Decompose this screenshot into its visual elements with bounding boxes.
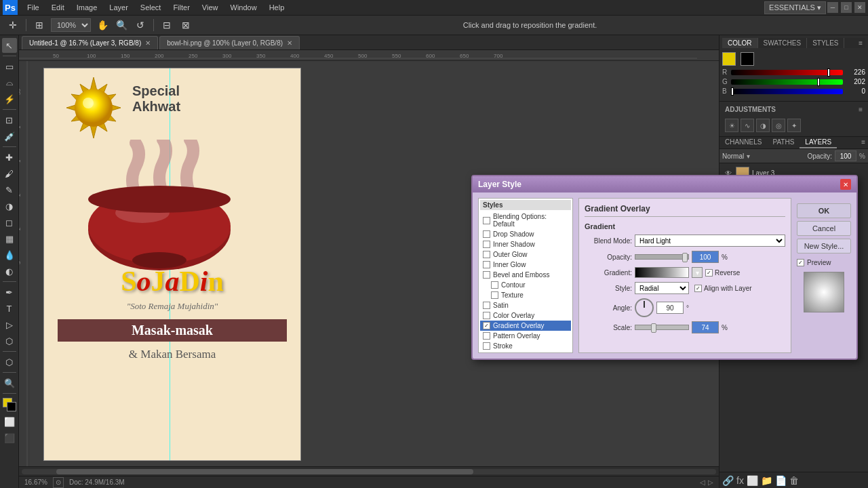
blend-mode-arrow[interactable]: ▾	[747, 152, 750, 160]
opacity-slider-thumb[interactable]	[682, 253, 688, 262]
delete-layer-btn[interactable]: 🗑	[789, 475, 799, 486]
style-checkbox-texture[interactable]	[491, 291, 498, 299]
style-checkbox-drop-shadow[interactable]	[483, 230, 490, 238]
rotate-icon[interactable]: ↺	[133, 18, 148, 33]
link-layers-btn[interactable]: 🔗	[722, 475, 734, 486]
tab-color[interactable]: COLOR	[722, 38, 758, 48]
new-group-btn[interactable]: 📁	[761, 475, 772, 486]
style-checkbox-bevel-emboss[interactable]	[483, 271, 490, 279]
style-color-overlay[interactable]: Color Overlay	[480, 310, 571, 321]
gradient-preview[interactable]	[635, 267, 689, 278]
menu-file[interactable]: File	[22, 2, 45, 13]
style-checkbox-pattern-overlay[interactable]	[483, 332, 490, 340]
new-layer-btn[interactable]: 📄	[775, 475, 787, 486]
dialog-close-button[interactable]: ✕	[840, 179, 851, 190]
tab-bowl-close[interactable]: ✕	[287, 39, 292, 47]
tab-channels[interactable]: CHANNELS	[719, 137, 767, 148]
magic-wand-tool[interactable]: ⚡	[2, 92, 17, 106]
style-texture[interactable]: Texture	[480, 290, 571, 300]
add-style-btn[interactable]: fx	[736, 475, 744, 486]
add-mask-btn[interactable]: ⬜	[747, 475, 758, 486]
r-slider[interactable]	[731, 70, 843, 75]
style-select[interactable]: Radial Linear Angle Reflected Diamond	[635, 282, 689, 294]
zoom-icon[interactable]: 🔍	[114, 18, 129, 33]
shape-tool[interactable]: ⬡	[2, 333, 17, 348]
style-checkbox-inner-shadow[interactable]	[483, 241, 490, 248]
gradient-tool[interactable]: ▦	[2, 231, 17, 246]
hue-adj[interactable]: ◎	[772, 119, 785, 132]
foreground-swatch[interactable]	[722, 52, 736, 66]
reverse-checkbox[interactable]	[705, 269, 713, 277]
style-checkbox-outer-glow[interactable]	[483, 251, 490, 258]
layout-icon[interactable]: ⊟	[159, 18, 174, 33]
tab-layers[interactable]: LAYERS	[800, 137, 837, 148]
marquee-tool[interactable]: ▭	[2, 59, 17, 74]
crop-tool[interactable]: ⊡	[2, 113, 17, 127]
menu-window[interactable]: Window	[225, 2, 262, 13]
tab-untitled-close[interactable]: ✕	[145, 39, 151, 47]
style-checkbox-contour[interactable]	[491, 281, 498, 289]
style-blending-options[interactable]: Blending Options: Default	[480, 211, 571, 229]
cancel-button[interactable]: Cancel	[797, 221, 851, 236]
g-slider[interactable]	[731, 79, 843, 85]
quick-mask-tool[interactable]: ⬜	[2, 414, 17, 429]
text-tool[interactable]: T	[2, 301, 17, 316]
style-satin[interactable]: Satin	[480, 300, 571, 310]
tab-untitled[interactable]: Untitled-1 @ 16.7% (Layer 3, RGB/8) ✕	[22, 36, 158, 49]
new-style-button[interactable]: New Style...	[797, 239, 851, 253]
align-layer-checkbox[interactable]	[694, 285, 702, 292]
style-contour[interactable]: Contour	[480, 280, 571, 290]
adjustments-menu[interactable]: ≡	[859, 106, 863, 113]
tab-styles[interactable]: STYLES	[807, 38, 844, 48]
tab-paths[interactable]: PATHS	[767, 137, 800, 148]
angle-dial[interactable]	[635, 298, 654, 317]
curves-adj[interactable]: ∿	[741, 119, 754, 132]
style-drop-shadow[interactable]: Drop Shadow	[480, 229, 571, 239]
eraser-tool[interactable]: ◻	[2, 215, 17, 230]
eyedropper-tool[interactable]: 💉	[2, 129, 17, 144]
b-slider[interactable]	[731, 89, 843, 94]
history-tool[interactable]: ◑	[2, 199, 17, 214]
blur-tool[interactable]: 💧	[2, 247, 17, 262]
menu-filter[interactable]: Filter	[167, 2, 195, 13]
menu-edit[interactable]: Edit	[46, 2, 70, 13]
menu-help[interactable]: Help	[264, 2, 290, 13]
foreground-background-colors[interactable]	[3, 398, 16, 411]
scale-slider-thumb[interactable]	[651, 323, 656, 333]
background-swatch[interactable]	[741, 52, 754, 66]
style-inner-glow[interactable]: Inner Glow	[480, 260, 571, 270]
style-checkbox-gradient-overlay[interactable]	[483, 322, 490, 329]
g-thumb[interactable]	[817, 78, 820, 86]
zoom-tool[interactable]: 🔍	[2, 375, 17, 390]
style-gradient-overlay[interactable]: Gradient Overlay	[480, 321, 571, 331]
angle-input[interactable]	[656, 302, 684, 314]
menu-layer[interactable]: Layer	[104, 2, 134, 13]
horizontal-scrollbar[interactable]	[19, 466, 719, 476]
screen-mode-tool[interactable]: ⬛	[2, 430, 17, 445]
style-inner-shadow[interactable]: Inner Shadow	[480, 239, 571, 249]
preview-checkbox[interactable]	[797, 259, 804, 266]
style-checkbox-inner-glow[interactable]	[483, 261, 490, 268]
extras-icon[interactable]: ⊠	[178, 18, 193, 33]
move-tool-icon[interactable]: ✛	[5, 18, 20, 33]
menu-image[interactable]: Image	[71, 2, 103, 13]
minimize-button[interactable]: ─	[827, 2, 838, 13]
opacity-input[interactable]	[692, 251, 719, 263]
style-checkbox-stroke[interactable]	[483, 342, 490, 350]
zoom-select[interactable]: 100%	[51, 18, 91, 32]
brush-tool[interactable]: 🖌	[2, 166, 17, 181]
b-thumb[interactable]	[731, 87, 734, 96]
lasso-tool[interactable]: ⌓	[2, 75, 17, 90]
close-button[interactable]: ✕	[854, 2, 865, 13]
path-select-tool[interactable]: ▷	[2, 317, 17, 332]
scale-slider[interactable]	[635, 325, 689, 330]
ok-button[interactable]: OK	[797, 203, 851, 218]
scale-input[interactable]	[692, 321, 719, 333]
style-stroke[interactable]: Stroke	[480, 341, 571, 351]
style-outer-glow[interactable]: Outer Glow	[480, 249, 571, 260]
color-panel-menu[interactable]: ≡	[856, 38, 865, 48]
tab-swatches[interactable]: SWATCHES	[758, 38, 808, 48]
essentials-button[interactable]: ESSENTIALS ▾	[764, 1, 826, 14]
3d-tool[interactable]: ⬡	[2, 354, 17, 369]
r-thumb[interactable]	[827, 68, 830, 77]
